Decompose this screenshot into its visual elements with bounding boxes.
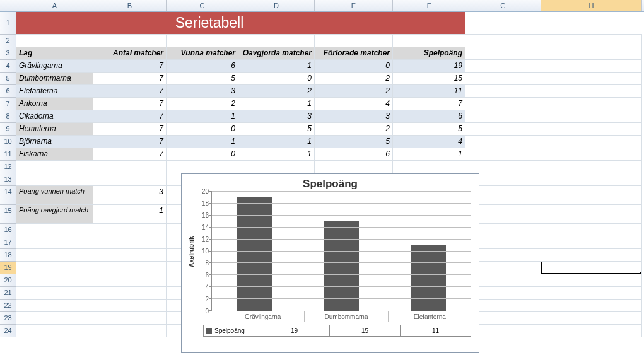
cell-oavgjorda[interactable]: 1 bbox=[238, 98, 315, 110]
hdr-vunna[interactable]: Vunna matcher bbox=[167, 47, 238, 60]
row-header-1[interactable]: 1 bbox=[0, 12, 16, 35]
cell-antal[interactable]: 7 bbox=[93, 123, 167, 136]
cell-antal[interactable]: 7 bbox=[93, 73, 167, 85]
row-header-5[interactable]: 5 bbox=[0, 73, 16, 85]
row-header-10[interactable]: 10 bbox=[0, 136, 16, 148]
row-header-11[interactable]: 11 bbox=[0, 148, 16, 161]
row-header-18[interactable]: 18 bbox=[0, 249, 16, 262]
cell-vunna[interactable]: 3 bbox=[167, 85, 238, 98]
row-header-24[interactable]: 24 bbox=[0, 325, 16, 337]
cell-lag[interactable]: Björnarna bbox=[16, 136, 93, 148]
spreadsheet[interactable]: A B C D E F G H 1 Serietabell // we'll o… bbox=[0, 0, 644, 355]
cell-oavgjorda[interactable]: 3 bbox=[238, 110, 315, 123]
cell-spel[interactable]: 6 bbox=[393, 110, 465, 123]
cell-antal[interactable]: 7 bbox=[93, 136, 167, 148]
cell-vunna[interactable]: 2 bbox=[167, 98, 238, 110]
cell-forlorade[interactable]: 2 bbox=[315, 85, 393, 98]
cell-vunna[interactable]: 1 bbox=[167, 110, 238, 123]
row-header-17[interactable]: 17 bbox=[0, 236, 16, 249]
points-label[interactable]: Poäng vunnen match bbox=[16, 186, 93, 205]
row-header-4[interactable]: 4 bbox=[0, 60, 16, 73]
cell-antal[interactable]: 7 bbox=[93, 85, 167, 98]
cell-vunna[interactable]: 0 bbox=[167, 123, 238, 136]
data-table-value: 19 bbox=[259, 325, 330, 336]
cell-spel[interactable]: 19 bbox=[393, 60, 465, 73]
bar[interactable] bbox=[411, 245, 446, 311]
row-header-22[interactable]: 22 bbox=[0, 300, 16, 312]
chart[interactable]: Spelpoäng Axelrubrik 20181614121086420 G… bbox=[181, 173, 479, 353]
col-header-D[interactable]: D bbox=[238, 0, 315, 11]
cell-oavgjorda[interactable]: 1 bbox=[238, 136, 315, 148]
row-header-21[interactable]: 21 bbox=[0, 287, 16, 300]
cell-forlorade[interactable]: 2 bbox=[315, 73, 393, 85]
cell-lag[interactable]: Hemulerna bbox=[16, 123, 93, 136]
cell-lag[interactable]: Cikadorna bbox=[16, 110, 93, 123]
row-header-7[interactable]: 7 bbox=[0, 98, 16, 110]
col-header-F[interactable]: F bbox=[393, 0, 465, 11]
cell-vunna[interactable]: 0 bbox=[167, 148, 238, 161]
cell-forlorade[interactable]: 3 bbox=[315, 110, 393, 123]
hdr-forlorade[interactable]: Förlorade matcher bbox=[315, 47, 393, 60]
cell-oavgjorda[interactable]: 1 bbox=[238, 148, 315, 161]
row-header-16[interactable]: 16 bbox=[0, 224, 16, 236]
row-header-8[interactable]: 8 bbox=[0, 110, 16, 123]
bar[interactable] bbox=[324, 221, 359, 311]
points-label[interactable]: Poäng oavgjord match bbox=[16, 205, 93, 224]
cell-forlorade[interactable]: 5 bbox=[315, 136, 393, 148]
cell-spel[interactable]: 7 bbox=[393, 98, 465, 110]
cell-vunna[interactable]: 1 bbox=[167, 136, 238, 148]
cell-oavgjorda[interactable]: 5 bbox=[238, 123, 315, 136]
cell-spel[interactable]: 5 bbox=[393, 123, 465, 136]
cell-spel[interactable]: 1 bbox=[393, 148, 465, 161]
col-header-E[interactable]: E bbox=[315, 0, 393, 11]
col-header-G[interactable]: G bbox=[465, 0, 541, 11]
row-header-19[interactable]: 19 bbox=[0, 262, 16, 274]
selected-cell[interactable] bbox=[541, 262, 642, 274]
row-header-9[interactable]: 9 bbox=[0, 123, 16, 136]
cell-oavgjorda[interactable]: 1 bbox=[238, 60, 315, 73]
cell-oavgjorda[interactable]: 0 bbox=[238, 73, 315, 85]
cell-spel[interactable]: 4 bbox=[393, 136, 465, 148]
cell-antal[interactable]: 7 bbox=[93, 60, 167, 73]
row-header-23[interactable]: 23 bbox=[0, 312, 16, 325]
cell-antal[interactable]: 7 bbox=[93, 98, 167, 110]
cell-forlorade[interactable]: 4 bbox=[315, 98, 393, 110]
column-headers: A B C D E F G H bbox=[0, 0, 644, 12]
row-header-13[interactable]: 13 bbox=[0, 173, 16, 186]
cell-spel[interactable]: 11 bbox=[393, 85, 465, 98]
cell-oavgjorda[interactable]: 2 bbox=[238, 85, 315, 98]
row-header-2[interactable]: 2 bbox=[0, 35, 16, 47]
row-header-12[interactable]: 12 bbox=[0, 161, 16, 173]
cell-lag[interactable]: Ankorna bbox=[16, 98, 93, 110]
cell-forlorade[interactable]: 6 bbox=[315, 148, 393, 161]
row-header-15[interactable]: 15 bbox=[0, 205, 16, 224]
cell-vunna[interactable]: 6 bbox=[167, 60, 238, 73]
points-value[interactable]: 1 bbox=[93, 205, 167, 224]
cell-antal[interactable]: 7 bbox=[93, 110, 167, 123]
row-header-14[interactable]: 14 bbox=[0, 186, 16, 205]
row-header-6[interactable]: 6 bbox=[0, 85, 16, 98]
fill-handle[interactable] bbox=[640, 272, 642, 274]
cell-antal[interactable]: 7 bbox=[93, 148, 167, 161]
col-header-B[interactable]: B bbox=[93, 0, 167, 11]
hdr-oavgjorda[interactable]: Oavgjorda matcher bbox=[238, 47, 315, 60]
cell-lag[interactable]: Elefanterna bbox=[16, 85, 93, 98]
row-header-20[interactable]: 20 bbox=[0, 274, 16, 287]
select-all-corner[interactable] bbox=[0, 0, 16, 11]
hdr-antal[interactable]: Antal matcher bbox=[93, 47, 167, 60]
col-header-H[interactable]: H bbox=[541, 0, 642, 11]
cell-forlorade[interactable]: 2 bbox=[315, 123, 393, 136]
cell-spel[interactable]: 15 bbox=[393, 73, 465, 85]
cell-lag[interactable]: Fiskarna bbox=[16, 148, 93, 161]
hdr-lag[interactable]: Lag bbox=[16, 47, 93, 60]
cell-lag[interactable]: Grävlingarna bbox=[16, 60, 93, 73]
cell-forlorade[interactable]: 0 bbox=[315, 60, 393, 73]
col-header-A[interactable]: A bbox=[16, 0, 93, 11]
row-header-3[interactable]: 3 bbox=[0, 47, 16, 60]
cell-lag[interactable]: Dumbommarna bbox=[16, 73, 93, 85]
col-header-C[interactable]: C bbox=[167, 0, 238, 11]
points-value[interactable]: 3 bbox=[93, 186, 167, 205]
hdr-spelpoang[interactable]: Spelpoäng bbox=[393, 47, 465, 60]
cell-vunna[interactable]: 5 bbox=[167, 73, 238, 85]
title-cell[interactable] bbox=[16, 12, 93, 35]
